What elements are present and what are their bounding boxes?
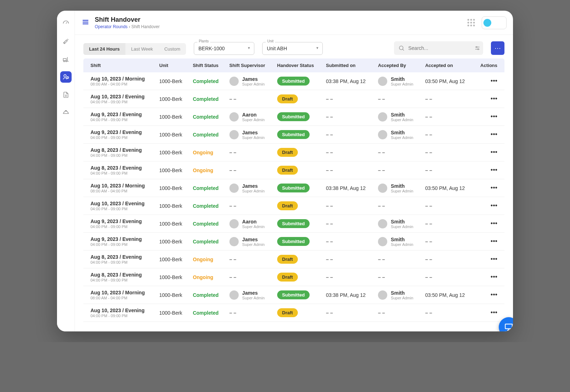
shift-status: Ongoing [193, 150, 213, 155]
avatar [483, 19, 491, 27]
more-actions-button[interactable]: ⋯ [491, 41, 504, 55]
row-actions-icon[interactable]: ••• [491, 291, 497, 298]
svg-point-13 [478, 49, 479, 50]
unit-cell: 1000-Berk [156, 90, 189, 108]
shift-time: 04:00 PM - 09:00 PM [90, 314, 152, 318]
header: Shift Handover Operator Rounds › Shift H… [75, 11, 513, 35]
table-row[interactable]: Aug 10, 2023 / Morning08:00 AM - 04:00 P… [83, 72, 504, 90]
segment-last-week[interactable]: Last Week [125, 43, 159, 55]
row-actions-icon[interactable]: ••• [491, 220, 497, 227]
handover-status-badge: Submitted [277, 184, 310, 192]
handover-table: ShiftUnitShift StatusShift SupervisorHan… [83, 58, 504, 322]
search-input[interactable] [405, 45, 474, 51]
time-segment: Last 24 HoursLast WeekCustom [83, 43, 186, 55]
shift-time: 04:00 PM - 09:00 PM [90, 135, 152, 140]
row-actions-icon[interactable]: ••• [491, 184, 497, 191]
hamburger-icon[interactable] [81, 18, 90, 28]
shift-label: Aug 9, 2023 / Evening [90, 112, 152, 117]
table-row[interactable]: Aug 10, 2023 / Evening04:00 PM - 09:00 P… [83, 90, 504, 108]
svg-point-3 [64, 74, 66, 77]
handover-status-badge: Draft [277, 308, 298, 317]
segment-last-24-hours[interactable]: Last 24 Hours [83, 43, 125, 55]
handover-status-badge: Draft [277, 201, 298, 210]
shift-status: Ongoing [193, 257, 213, 262]
app-grid-icon[interactable] [465, 17, 477, 29]
hardhat-icon[interactable] [60, 107, 72, 118]
shift-label: Aug 10, 2023 / Morning [90, 76, 152, 82]
shift-time: 08:00 AM - 04:00 PM [90, 82, 152, 86]
table-row[interactable]: Aug 10, 2023 / Evening04:00 PM - 09:00 P… [83, 304, 504, 322]
shift-time: 04:00 PM - 09:00 PM [90, 153, 152, 158]
search-box[interactable] [394, 41, 483, 55]
table-row[interactable]: Aug 9, 2023 / Evening04:00 PM - 09:00 PM… [83, 126, 504, 144]
operator-icon[interactable] [60, 71, 72, 83]
table-row[interactable]: Aug 10, 2023 / Evening04:00 PM - 09:00 P… [83, 197, 504, 215]
shift-status: Completed [193, 310, 218, 316]
document-icon[interactable] [60, 89, 72, 100]
breadcrumb-leaf: Shift Handover [131, 24, 160, 29]
user-avatar-button[interactable] [482, 16, 507, 29]
unit-cell: 1000-Berk [156, 72, 189, 90]
row-actions-icon[interactable]: ••• [491, 238, 497, 245]
dashboard-icon[interactable] [60, 18, 72, 29]
accepted-by-role: Super Admin [391, 118, 413, 122]
handover-status-badge: Submitted [277, 237, 310, 246]
row-actions-icon[interactable]: ••• [491, 77, 497, 84]
breadcrumb-root[interactable]: Operator Rounds [95, 24, 128, 29]
accepted-on: – – [421, 126, 473, 144]
unit-cell: 1000-Berk [156, 161, 189, 179]
plants-select[interactable]: BERK-1000 [194, 42, 254, 55]
table-row[interactable]: Aug 8, 2023 / Evening04:00 PM - 09:00 PM… [83, 144, 504, 161]
supervisor-role: Super Admin [242, 118, 265, 122]
forklift-icon[interactable] [60, 53, 72, 65]
avatar [229, 130, 239, 139]
accepted-on: – – [421, 144, 473, 161]
accepted-by-name: Smith [391, 130, 413, 135]
row-actions-icon[interactable]: ••• [491, 149, 497, 156]
submitted-on: 03:38 PM, Aug 12 [322, 179, 374, 197]
table-row[interactable]: Aug 8, 2023 / Evening04:00 PM - 09:00 PM… [83, 251, 504, 268]
shift-time: 04:00 PM - 09:00 PM [90, 278, 152, 282]
row-actions-icon[interactable]: ••• [491, 256, 497, 263]
submitted-on: – – [322, 268, 374, 286]
table-row[interactable]: Aug 9, 2023 / Evening04:00 PM - 09:00 PM… [83, 215, 504, 233]
accepted-by-role: Super Admin [391, 225, 413, 229]
table-row[interactable]: Aug 10, 2023 / Morning08:00 AM - 04:00 P… [83, 286, 504, 304]
table-row[interactable]: Aug 10, 2023 / Morning08:00 AM - 04:00 P… [83, 179, 504, 197]
shift-time: 04:00 PM - 09:00 PM [90, 260, 152, 264]
col-accepted-by: Accepted By [374, 58, 421, 72]
handover-status-badge: Submitted [277, 219, 310, 228]
shift-time: 04:00 PM - 09:00 PM [90, 225, 152, 229]
row-actions-icon[interactable]: ••• [491, 273, 497, 280]
row-actions-icon[interactable]: ••• [491, 202, 497, 209]
table-row[interactable]: Aug 8, 2023 / Evening04:00 PM - 09:00 PM… [83, 268, 504, 286]
filter-bar: Last 24 HoursLast WeekCustom Plants BERK… [75, 35, 513, 58]
col-actions: Actions [474, 58, 504, 72]
submitted-on: 03:38 PM, Aug 12 [322, 286, 374, 304]
accepted-on: – – [421, 268, 473, 286]
row-actions-icon[interactable]: ••• [491, 166, 497, 174]
row-actions-icon[interactable]: ••• [491, 113, 497, 120]
tools-icon[interactable] [60, 36, 72, 47]
table-row[interactable]: Aug 8, 2023 / Evening04:00 PM - 09:00 PM… [83, 161, 504, 179]
segment-custom[interactable]: Custom [159, 43, 186, 55]
table-row[interactable]: Aug 9, 2023 / Evening04:00 PM - 09:00 PM… [83, 233, 504, 251]
submitted-on: – – [322, 197, 374, 215]
shift-time: 04:00 PM - 09:00 PM [90, 171, 152, 175]
accepted-on: – – [421, 251, 473, 268]
unit-select[interactable]: Unit ABH [262, 42, 323, 55]
submitted-on: – – [322, 161, 374, 179]
row-actions-icon[interactable]: ••• [491, 95, 497, 102]
avatar [229, 112, 239, 122]
submitted-on: – – [322, 251, 374, 268]
row-actions-icon[interactable]: ••• [491, 309, 497, 316]
filter-sliders-icon[interactable] [474, 45, 481, 51]
avatar [229, 219, 239, 228]
table-row[interactable]: Aug 9, 2023 / Evening04:00 PM - 09:00 PM… [83, 108, 504, 126]
shift-time: 08:00 AM - 04:00 PM [90, 296, 152, 300]
supervisor-name: James [242, 183, 265, 189]
col-unit: Unit [156, 58, 189, 72]
accepted-by-role: Super Admin [391, 189, 413, 193]
avatar [378, 130, 387, 139]
row-actions-icon[interactable]: ••• [491, 131, 497, 138]
